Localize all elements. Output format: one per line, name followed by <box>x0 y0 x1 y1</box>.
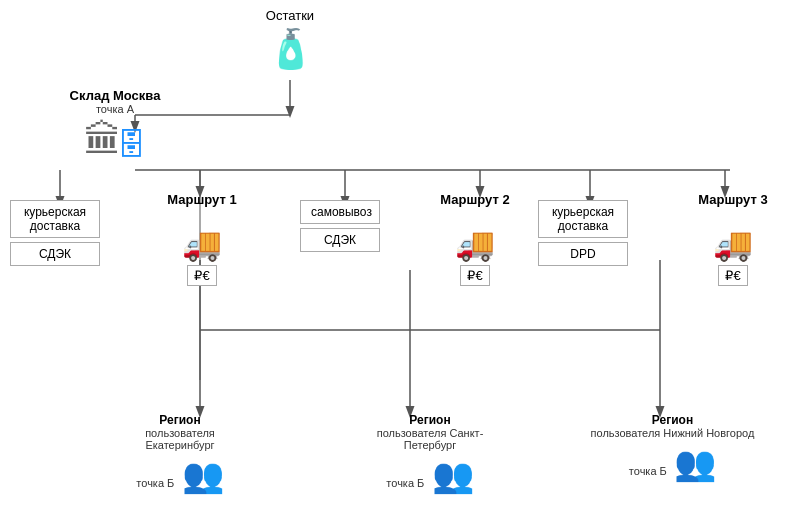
route3-truck: 🚚 <box>693 225 773 263</box>
courier-left-node: курьерскаядоставка СДЭК <box>10 200 100 266</box>
self-pickup-label: самовывоз <box>300 200 380 224</box>
region2-title: Регион <box>355 413 505 427</box>
region1-people: 👥 <box>182 456 224 494</box>
route2-node: Маршрут 2 🚚 ₽€ <box>435 192 515 286</box>
region3-title: Регион <box>590 413 755 427</box>
route2-currency: ₽€ <box>460 265 489 286</box>
ostatok-node: Остатки 🧴 <box>245 8 335 71</box>
region3-bottom: точка Б 👥 <box>590 443 755 483</box>
self-pickup-service: СДЭК <box>300 228 380 252</box>
route1-label: Маршрут 1 <box>162 192 242 207</box>
region3-point: точка Б <box>629 465 667 477</box>
route1-truck: 🚚 <box>162 225 242 263</box>
region3-people: 👥 <box>674 444 716 482</box>
sklad-icons: 🏛 🗄 <box>50 119 180 162</box>
diagram: Остатки 🧴 Склад Москва точка А 🏛 🗄 курье… <box>0 0 811 527</box>
region3-node: Регион пользователя Нижний Новгород точк… <box>590 413 755 483</box>
region1-bottom: точка Б 👥 <box>110 455 250 495</box>
region1-node: Регион пользователя Екатеринбург точка Б… <box>110 413 250 495</box>
courier-middle-label: курьерскаядоставка <box>538 200 628 238</box>
region2-sub: пользователя Санкт-Петербург <box>355 427 505 451</box>
sklad-node: Склад Москва точка А 🏛 🗄 <box>50 88 180 162</box>
courier-left-label: курьерскаядоставка <box>10 200 100 238</box>
courier-middle-node: курьерскаядоставка DPD <box>538 200 628 266</box>
region1-sub: пользователя Екатеринбург <box>110 427 250 451</box>
region1-title: Регион <box>110 413 250 427</box>
region2-node: Регион пользователя Санкт-Петербург точк… <box>355 413 505 495</box>
route3-currency: ₽€ <box>718 265 747 286</box>
sklad-sub: точка А <box>50 103 180 115</box>
region2-bottom: точка Б 👥 <box>355 455 505 495</box>
sklad-title: Склад Москва <box>50 88 180 103</box>
ostatok-label: Остатки <box>245 8 335 23</box>
region1-point: точка Б <box>136 477 174 489</box>
courier-left-service: СДЭК <box>10 242 100 266</box>
courier-middle-service: DPD <box>538 242 628 266</box>
region2-people: 👥 <box>432 456 474 494</box>
route2-truck: 🚚 <box>435 225 515 263</box>
route3-node: Маршрут 3 🚚 ₽€ <box>693 192 773 286</box>
route2-label: Маршрут 2 <box>435 192 515 207</box>
self-pickup-node: самовывоз СДЭК <box>300 200 380 252</box>
route1-node: Маршрут 1 🚚 ₽€ <box>162 192 242 286</box>
route1-currency: ₽€ <box>187 265 216 286</box>
ostatok-icon: 🧴 <box>245 27 335 71</box>
region3-sub: пользователя Нижний Новгород <box>590 427 755 439</box>
region2-point: точка Б <box>386 477 424 489</box>
route3-label: Маршрут 3 <box>693 192 773 207</box>
db-icon: 🗄 <box>116 128 146 162</box>
